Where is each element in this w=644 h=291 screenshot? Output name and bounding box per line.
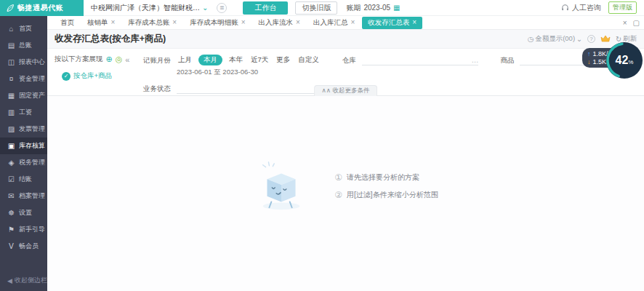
upload-arrow-icon: ↑ bbox=[587, 50, 591, 57]
bullet-1-icon: ① bbox=[334, 173, 342, 182]
period-pill-3[interactable]: 近7天 bbox=[249, 55, 270, 65]
tab-5[interactable]: 出入库汇总× bbox=[307, 17, 361, 29]
org-icon[interactable]: ≣ bbox=[217, 3, 227, 13]
sidebar-collapse-label: 收起侧边栏 bbox=[15, 276, 47, 285]
date-range-value[interactable]: 2023-06-01 至 2023-06-30 bbox=[177, 68, 321, 77]
sidebar-item-2[interactable]: ◫报表中心 bbox=[0, 54, 47, 71]
sidebar-item-12[interactable]: ⚑新手引导 bbox=[0, 221, 47, 238]
tab-1[interactable]: 核销单× bbox=[81, 17, 121, 29]
period-pill-4[interactable]: 更多 bbox=[275, 55, 291, 65]
inventory-icon: ▣ bbox=[7, 142, 15, 150]
tab-6[interactable]: 收发存汇总表× bbox=[362, 17, 422, 29]
tab-label: 收发存汇总表 bbox=[368, 18, 409, 28]
help-icon[interactable]: ? bbox=[587, 35, 595, 43]
app-logo: 畅捷通易代账 bbox=[0, 0, 84, 16]
app-logo-text: 畅捷通易代账 bbox=[17, 3, 63, 13]
collapse-more-button[interactable]: ∧∧ 收起更多条件 bbox=[314, 85, 378, 96]
tab-0[interactable]: 首页 bbox=[55, 17, 80, 29]
company-selector[interactable]: 中税网润广泽（天津）智能财税服务有... ⌄ bbox=[91, 3, 208, 13]
sidebar-item-label: 发票管理 bbox=[19, 124, 45, 133]
collapse-scheme-icon[interactable]: « bbox=[125, 55, 129, 64]
funds-icon: ¤ bbox=[7, 75, 15, 83]
fullscreen-icon[interactable]: ▢ bbox=[633, 19, 640, 27]
sidebar-item-13[interactable]: Ⅴ畅会员 bbox=[0, 238, 47, 255]
amount-display-dropdown[interactable]: ◷ 金额显示(00) ⌄ bbox=[528, 34, 582, 44]
salary-icon: ▥ bbox=[7, 108, 15, 116]
topbar: 畅捷通易代账 中税网润广泽（天津）智能财税服务有... ⌄ ≣ 工作台 切换旧版… bbox=[0, 0, 644, 16]
tab-tools: × ▢ bbox=[623, 19, 640, 27]
sidebar-item-6[interactable]: ▨发票管理 bbox=[0, 121, 47, 137]
title-row: 收发存汇总表(按仓库+商品) ◷ 金额显示(00) ⌄ ? ↻ 刷新 bbox=[47, 30, 644, 48]
empty-hint-2: ② 用[过滤]条件来缩小分析范围 bbox=[334, 190, 438, 200]
sidebar-item-label: 税务管理 bbox=[19, 158, 45, 167]
report-icon: ◫ bbox=[7, 58, 15, 66]
progress-unit: % bbox=[628, 59, 633, 65]
sidebar-item-label: 固定资产 bbox=[19, 91, 45, 100]
sidebar-item-label: 设置 bbox=[19, 208, 32, 217]
sidebar-item-label: 库存核算 bbox=[19, 141, 45, 150]
sidebar-item-0[interactable]: ⌂首页 bbox=[0, 20, 47, 37]
headset-icon bbox=[561, 4, 569, 12]
sidebar-item-label: 总账 bbox=[19, 41, 32, 49]
app-window: 畅捷通易代账 中税网润广泽（天津）智能财税服务有... ⌄ ≣ 工作台 切换旧版… bbox=[0, 0, 644, 291]
topbar-right: 人工咨询 管理版 bbox=[561, 1, 644, 14]
tab-close-icon[interactable]: × bbox=[172, 19, 177, 26]
warehouse-field: 仓库 … bbox=[342, 55, 479, 65]
chevron-down-icon: ⌄ bbox=[202, 4, 208, 12]
guide-icon: ⚑ bbox=[7, 226, 15, 234]
tab-list: 首页核销单×库存成本总账×库存成本明细账×出入库流水×出入库汇总×收发存汇总表× bbox=[55, 17, 424, 29]
tab-label: 库存成本总账 bbox=[128, 18, 169, 28]
more-ellipsis-icon[interactable]: … bbox=[471, 56, 478, 64]
product-label: 商品 bbox=[500, 55, 514, 65]
tab-2[interactable]: 库存成本总账× bbox=[122, 17, 182, 29]
sidebar-item-label: 报表中心 bbox=[19, 57, 45, 66]
tab-close-icon[interactable]: × bbox=[296, 19, 300, 26]
period-pill-5[interactable]: 自定义 bbox=[297, 55, 321, 65]
customer-service-button[interactable]: 人工咨询 bbox=[561, 3, 601, 13]
sidebar-item-4[interactable]: ▦固定资产 bbox=[0, 87, 47, 104]
report-content-area: ① 请先选择要分析的方案 ② 用[过滤]条件来缩小分析范围 bbox=[47, 96, 644, 291]
tab-close-icon[interactable]: × bbox=[350, 19, 355, 26]
sidebar: ⌂首页▤总账◫报表中心¤资金管理▦固定资产▥工资▨发票管理▣库存核算◈税务管理☑… bbox=[0, 16, 47, 291]
period-pill-1[interactable]: 本月 bbox=[198, 55, 222, 65]
close-icon[interactable]: × bbox=[623, 19, 627, 27]
sidebar-item-11[interactable]: ☸设置 bbox=[0, 204, 47, 221]
sidebar-item-10[interactable]: ✉档案管理 bbox=[0, 188, 47, 204]
add-scheme-icon[interactable]: ⊕ bbox=[106, 55, 113, 64]
version-badge-button[interactable]: 管理版 bbox=[608, 1, 637, 14]
accounting-period[interactable]: 账期 2023-05 ▦ bbox=[346, 3, 400, 13]
sidebar-item-5[interactable]: ▥工资 bbox=[0, 104, 47, 121]
main-area: 首页核销单×库存成本总账×库存成本明细账×出入库流水×出入库汇总×收发存汇总表×… bbox=[47, 16, 644, 291]
switch-old-version-button[interactable]: 切换旧版 bbox=[295, 1, 337, 15]
tab-4[interactable]: 出入库流水× bbox=[253, 17, 306, 29]
period-value: 2023-05 bbox=[363, 4, 390, 12]
empty-box-illustration bbox=[253, 158, 310, 215]
sidebar-item-1[interactable]: ▤总账 bbox=[0, 37, 47, 54]
sidebar-item-label: 档案管理 bbox=[19, 191, 45, 200]
progress-circle-widget[interactable]: 42 % bbox=[605, 41, 644, 80]
empty-hint-2-text: 用[过滤]条件来缩小分析范围 bbox=[347, 190, 438, 200]
tab-close-icon[interactable]: × bbox=[412, 19, 416, 26]
scheme-panel: 按以下方案展现 ⊕ ◎ « ✓ 按仓库+商品 bbox=[55, 55, 143, 94]
sidebar-collapse-button[interactable]: ◀ 收起侧边栏 bbox=[0, 270, 47, 291]
tab-3[interactable]: 库存成本明细账× bbox=[184, 17, 251, 29]
period-pill-0[interactable]: 上月 bbox=[177, 55, 193, 65]
sidebar-item-label: 畅会员 bbox=[19, 242, 39, 250]
workbench-button[interactable]: 工作台 bbox=[243, 1, 288, 15]
tab-label: 出入库汇总 bbox=[313, 18, 348, 28]
period-pill-2[interactable]: 本年 bbox=[228, 55, 244, 65]
scheme-item-label: 按仓库+商品 bbox=[73, 71, 112, 81]
save-scheme-icon[interactable]: ◎ bbox=[116, 55, 123, 64]
tab-close-icon[interactable]: × bbox=[241, 19, 246, 26]
sidebar-item-3[interactable]: ¤资金管理 bbox=[0, 71, 47, 87]
bullet-2-icon: ② bbox=[334, 191, 342, 199]
sidebar-item-9[interactable]: ☑结账 bbox=[0, 171, 47, 188]
tab-close-icon[interactable]: × bbox=[111, 19, 116, 26]
invoice-icon: ▨ bbox=[7, 125, 15, 133]
sidebar-item-7[interactable]: ▣库存核算 bbox=[0, 137, 47, 154]
warehouse-input[interactable]: … bbox=[362, 55, 479, 65]
customer-service-label: 人工咨询 bbox=[572, 3, 601, 13]
sidebar-item-8[interactable]: ◈税务管理 bbox=[0, 154, 47, 171]
sidebar-item-label: 资金管理 bbox=[19, 74, 45, 83]
scheme-item-warehouse-product[interactable]: ✓ 按仓库+商品 bbox=[62, 71, 143, 81]
